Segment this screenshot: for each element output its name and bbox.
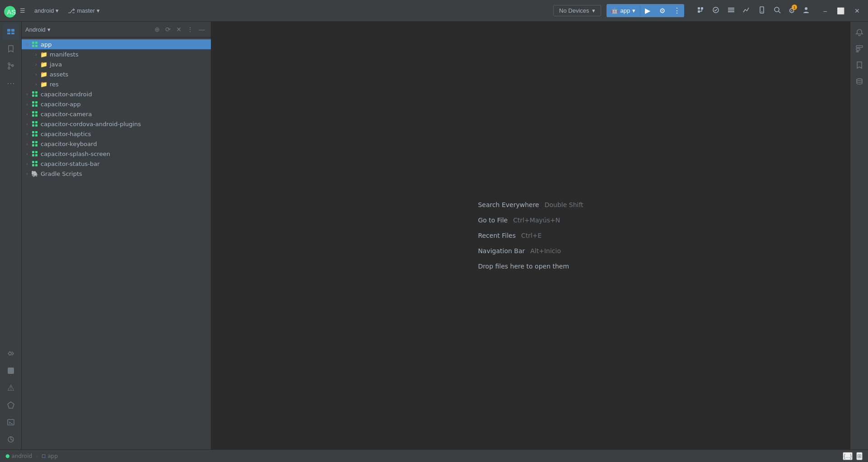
tree-arrow-capacitor-haptics: › (23, 130, 31, 137)
collapse-button[interactable]: ✕ (174, 24, 184, 34)
android-view-dropdown[interactable]: Android ▾ (25, 26, 51, 33)
git-button[interactable] (3, 58, 19, 74)
settings-button[interactable]: ⚙ 1 (785, 4, 798, 17)
title-bar: AS ☰ android ▾ ⎇ master ▾ No Devices ▾ 🤖… (0, 0, 868, 22)
tree-item-gradle-scripts[interactable]: › 🐘 Gradle Scripts (22, 169, 211, 179)
close-button[interactable]: ✕ (850, 5, 864, 16)
svg-point-21 (8, 67, 10, 69)
profiler-button[interactable] (739, 4, 754, 18)
logcat-button[interactable] (724, 4, 738, 18)
svg-point-15 (805, 7, 807, 10)
search-everywhere-button[interactable] (770, 4, 784, 18)
bookmarks-right-button[interactable] (852, 58, 867, 72)
svg-rect-2 (698, 7, 700, 9)
more-tools-button[interactable]: ⋯ (3, 75, 19, 91)
tree-arrow-capacitor-splash: › (23, 150, 31, 157)
tree-item-capacitor-cordova[interactable]: › capacitor-cordova-android-plugins (22, 119, 211, 129)
problems-button[interactable]: ⚠ (3, 380, 19, 396)
svg-rect-60 (35, 151, 37, 153)
ai-assistant-button[interactable] (709, 4, 723, 18)
plugins-button[interactable] (3, 431, 19, 448)
svg-rect-63 (32, 161, 34, 163)
maximize-button[interactable]: ⬜ (832, 5, 849, 16)
schema-change-button[interactable]: {...} (843, 452, 853, 460)
tree-item-assets[interactable]: › 📁 assets (22, 69, 211, 79)
tree-arrow-capacitor-camera: › (23, 110, 31, 118)
no-devices-button[interactable]: No Devices ▾ (553, 5, 601, 16)
branch-dropdown-button[interactable]: ⎇ master ▾ (64, 5, 103, 16)
hint-row-recent: Recent Files Ctrl+E (478, 232, 583, 239)
run-more-button[interactable]: ⋮ (670, 4, 684, 17)
options-button[interactable]: ⋮ (185, 24, 196, 34)
project-view-button[interactable] (3, 24, 19, 40)
hint-label-navbar: Navigation Bar (478, 247, 525, 255)
editor-area: Search Everywhere Double Shift Go to Fil… (211, 22, 850, 449)
minimize-button[interactable]: – (819, 5, 831, 16)
run-config-android-icon: 🤖 (611, 7, 618, 14)
status-app-label: app (48, 453, 58, 459)
sync-button[interactable]: ⟳ (163, 24, 173, 34)
run-tool-button[interactable]: ▶ (3, 363, 19, 379)
file-panel: Android ▾ ⊕ ⟳ ✕ ⋮ — ▾ app › (22, 22, 211, 449)
run-config-app-button[interactable]: 🤖 app ▾ (607, 5, 641, 16)
main-area: ⋯ ▶ ⚠ Android ▾ ⊕ ⟳ ✕ ⋮ (0, 22, 868, 449)
tree-arrow-res: › (33, 80, 40, 88)
tree-item-capacitor-android[interactable]: › capacitor-android (22, 89, 211, 99)
file-tree: ▾ app › 📁 manifests › 📁 java › (22, 38, 211, 449)
svg-rect-53 (32, 134, 34, 137)
tree-label-capacitor-app: capacitor-app (41, 101, 81, 108)
svg-rect-19 (11, 33, 14, 34)
tree-icon-capacitor-statusbar (31, 160, 39, 168)
status-android-item[interactable]: ● android (5, 453, 32, 459)
svg-rect-49 (32, 124, 34, 127)
hint-row-drop: Drop files here to open them (478, 263, 583, 270)
indent-settings-button[interactable]: ⊞ (856, 452, 863, 460)
tree-item-capacitor-app[interactable]: › capacitor-app (22, 99, 211, 109)
tree-item-manifests[interactable]: › 📁 manifests (22, 49, 211, 59)
tree-label-capacitor-haptics: capacitor-haptics (41, 131, 91, 137)
tree-item-res[interactable]: › 📁 res (22, 79, 211, 89)
hamburger-menu-button[interactable]: ☰ (16, 5, 29, 16)
run-config-label: app (621, 7, 630, 14)
tree-item-capacitor-splash[interactable]: › capacitor-splash-screen (22, 149, 211, 159)
structure-view-button[interactable] (852, 42, 867, 56)
svg-rect-44 (35, 111, 37, 113)
tree-item-capacitor-camera[interactable]: › capacitor-camera (22, 109, 211, 119)
status-app-item[interactable]: ◻ app (42, 453, 58, 459)
build-button[interactable] (3, 345, 19, 362)
svg-rect-55 (32, 141, 34, 143)
svg-point-20 (8, 63, 10, 65)
tree-item-app[interactable]: ▾ app (22, 39, 211, 49)
editor-hints: Search Everywhere Double Shift Go to Fil… (478, 201, 583, 270)
run-button[interactable]: ▶ (640, 4, 655, 17)
hide-panel-button[interactable]: — (196, 24, 207, 34)
android-dropdown-button[interactable]: android ▾ (31, 5, 62, 16)
add-file-button[interactable]: ⊕ (152, 24, 162, 34)
tree-item-java[interactable]: › 📁 java (22, 59, 211, 69)
device-manager-button[interactable] (755, 4, 769, 18)
left-toolbar: ⋯ ▶ ⚠ (0, 22, 22, 449)
tree-item-capacitor-haptics[interactable]: › capacitor-haptics (22, 129, 211, 139)
notifications-button[interactable] (852, 25, 867, 40)
tree-item-capacitor-statusbar[interactable]: › capacitor-status-bar (22, 159, 211, 169)
tree-label-capacitor-cordova: capacitor-cordova-android-plugins (41, 121, 141, 127)
window-controls: – ⬜ ✕ (819, 5, 864, 16)
tree-icon-gradle-scripts: 🐘 (31, 170, 39, 178)
status-module-icon: ◻ (42, 453, 46, 459)
account-button[interactable] (799, 4, 813, 18)
branch-label: master (77, 7, 95, 14)
run-settings-button[interactable]: ⚙ (655, 5, 670, 17)
svg-rect-67 (856, 46, 863, 47)
status-android-icon: ● (5, 453, 10, 459)
terminal-button[interactable] (3, 414, 19, 430)
svg-rect-37 (32, 94, 34, 97)
tree-label-java: java (50, 61, 62, 68)
svg-rect-39 (32, 101, 34, 104)
tree-item-capacitor-keyboard[interactable]: › capacitor-keyboard (22, 139, 211, 149)
svg-rect-40 (35, 101, 37, 104)
bookmarks-button[interactable] (3, 41, 19, 57)
svg-rect-52 (35, 131, 37, 133)
gem-button[interactable] (3, 397, 19, 413)
vcs-operations-button[interactable] (693, 4, 708, 18)
database-button[interactable] (852, 74, 867, 89)
